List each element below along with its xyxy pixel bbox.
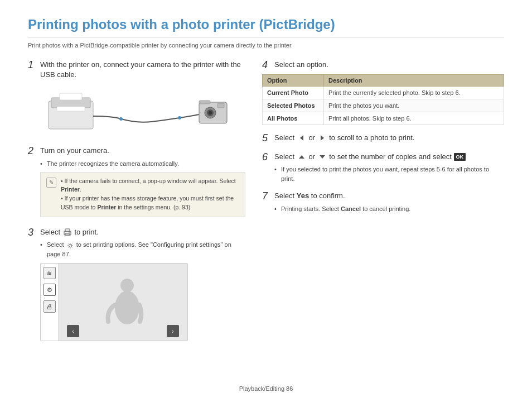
step-1: 1 With the printer on, connect your came… [28, 60, 245, 136]
nav-prev-button[interactable]: ‹ [67, 325, 79, 337]
svg-marker-22 [320, 155, 325, 159]
note-line-2: • If your printer has the mass storage f… [61, 194, 239, 212]
table-header-option: Option [263, 74, 324, 86]
step-4-header: 4 Select an option. [262, 60, 504, 71]
cam-icon-2: ⚙ [43, 284, 56, 296]
printer-illustration [40, 85, 245, 136]
left-column: 1 With the printer on, connect your came… [28, 60, 245, 351]
table-row: All Photos Print all photos. Skip to ste… [263, 112, 504, 125]
step-6-number: 6 [262, 152, 271, 163]
svg-marker-21 [299, 155, 304, 159]
step-7-title: Select Yes to confirm. [274, 191, 345, 201]
step-2-bullet-1: The printer recognizes the camera automa… [40, 159, 245, 169]
step-3-header: 3 Select to print. [28, 227, 245, 238]
svg-rect-14 [65, 233, 70, 235]
step-4-number: 4 [262, 60, 271, 71]
step-4-title: Select an option. [274, 60, 328, 70]
svg-point-9 [209, 111, 212, 114]
step-3-select: Select [40, 228, 60, 236]
step-3: 3 Select to print. [28, 227, 245, 342]
step-7-bullet-1: Printing starts. Select Cancel to cancel… [274, 204, 504, 214]
table-row: Selected Photos Print the photos you wan… [263, 99, 504, 112]
printer-icon [64, 228, 71, 236]
note-icon: ✎ [46, 178, 56, 188]
svg-rect-2 [57, 107, 85, 111]
down-arrow-icon [318, 153, 326, 161]
svg-point-18 [115, 291, 139, 324]
step-2-note: ✎ • If the camera fails to connect, a po… [40, 172, 245, 217]
cam-icon-3: 🖨 [43, 300, 56, 313]
step-7-number: 7 [262, 191, 271, 202]
step-6-title: Select or to set the number of copies an… [274, 152, 466, 162]
step-2: 2 Turn on your camera. The printer recog… [28, 146, 245, 217]
svg-marker-19 [300, 135, 303, 141]
step-6-bullet-1: If you selected to print the photos you … [274, 165, 504, 183]
svg-rect-10 [217, 103, 224, 108]
page-footer: Playback/Editing 86 [0, 385, 532, 392]
step-2-title: Turn on your camera. [40, 146, 109, 156]
table-cell-desc-2: Print the photos you want. [324, 99, 504, 112]
option-table: Option Description Current Photo Print t… [262, 74, 504, 125]
printer-svg [40, 85, 230, 135]
camera-ui-sidebar: ≋ ⚙ 🖨 [41, 264, 59, 341]
note-content: • If the camera fails to connect, a pop-… [61, 177, 239, 212]
table-row: Current Photo Print the currently select… [263, 86, 504, 99]
camera-ui-screenshot: 100-0001 ▮▮▮ ≋ ⚙ 🖨 [40, 263, 188, 341]
svg-point-17 [120, 279, 134, 292]
step-5: 5 Select or to scroll to a photo to prin… [262, 133, 504, 144]
ok-badge: OK [454, 153, 466, 161]
right-column: 4 Select an option. Option Description C… [262, 60, 504, 351]
step-7-header: 7 Select Yes to confirm. [262, 191, 504, 202]
table-cell-option-1: Current Photo [263, 86, 324, 99]
step-7-bullets: Printing starts. Select Cancel to cancel… [262, 204, 504, 214]
person-silhouette [98, 274, 148, 330]
left-arrow-icon [298, 134, 306, 142]
step-5-title: Select or to scroll to a photo to print. [274, 133, 414, 143]
content-columns: 1 With the printer on, connect your came… [28, 60, 504, 351]
step-5-number: 5 [262, 133, 271, 144]
table-cell-option-2: Selected Photos [263, 99, 324, 112]
nav-next-button[interactable]: › [167, 325, 179, 337]
camera-ui-nav: ‹ › [59, 325, 187, 337]
step-6: 6 Select or to set the number of copies … [262, 152, 504, 184]
step-2-bullets: The printer recognizes the camera automa… [28, 159, 245, 169]
step-3-bullet-1: Select to set printing options. See "Con… [40, 240, 245, 259]
page-container: Printing photos with a photo printer (Pi… [0, 0, 532, 402]
step-4: 4 Select an option. Option Description C… [262, 60, 504, 125]
step-1-number: 1 [28, 60, 37, 71]
table-cell-desc-1: Print the currently selected photo. Skip… [324, 86, 504, 99]
step-3-suffix: to print. [74, 228, 98, 236]
table-cell-option-3: All Photos [263, 112, 324, 125]
step-2-header: 2 Turn on your camera. [28, 146, 245, 157]
table-header-description: Description [324, 74, 504, 86]
cam-icon-1: ≋ [43, 267, 56, 279]
svg-marker-20 [321, 135, 324, 141]
table-cell-desc-3: Print all photos. Skip to step 6. [324, 112, 504, 125]
svg-rect-3 [60, 93, 82, 100]
page-subtitle: Print photos with a PictBridge-compatibl… [28, 42, 504, 49]
up-arrow-icon [298, 153, 306, 161]
step-3-bullets: Select to set printing options. See "Con… [28, 240, 245, 259]
page-title: Printing photos with a photo printer (Pi… [28, 17, 504, 37]
step-2-number: 2 [28, 146, 37, 157]
step-1-header: 1 With the printer on, connect your came… [28, 60, 245, 80]
step-3-number: 3 [28, 227, 37, 238]
svg-rect-11 [199, 100, 210, 104]
step-6-header: 6 Select or to set the number of copies … [262, 152, 504, 163]
step-5-header: 5 Select or to scroll to a photo to prin… [262, 133, 504, 144]
settings-icon [67, 242, 74, 249]
svg-point-4 [119, 117, 123, 121]
svg-point-16 [69, 244, 71, 247]
right-arrow-icon [318, 134, 326, 142]
note-line-1: • If the camera fails to connect, a pop-… [61, 177, 239, 195]
step-3-title: Select to print. [40, 227, 99, 237]
step-1-title: With the printer on, connect your camera… [40, 60, 245, 80]
step-6-bullets: If you selected to print the photos you … [262, 165, 504, 183]
svg-point-15 [69, 232, 70, 233]
svg-point-5 [178, 116, 181, 119]
step-7: 7 Select Yes to confirm. Printing starts… [262, 191, 504, 213]
